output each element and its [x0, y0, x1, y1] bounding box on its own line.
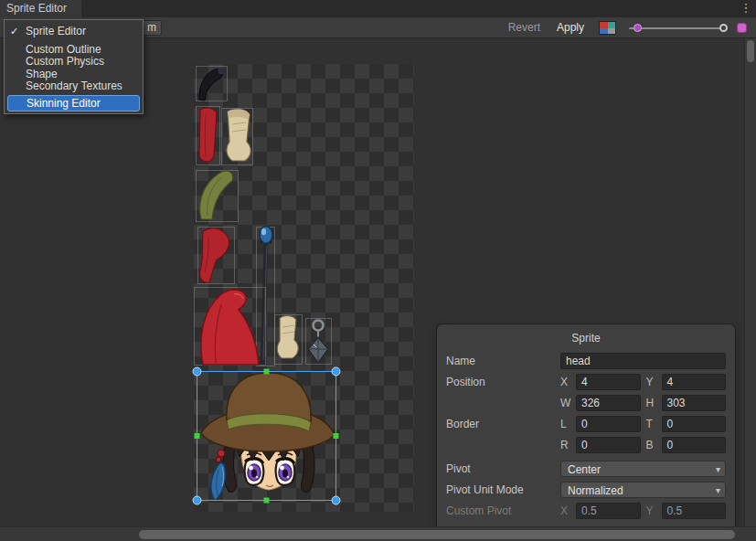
chevron-down-icon: ▾ [716, 483, 720, 498]
horizontal-scrollbar[interactable] [0, 526, 756, 541]
check-icon: ✓ [10, 26, 26, 37]
custom-pivot-label: Custom Pivot [446, 503, 560, 518]
name-row: Name head [446, 353, 726, 369]
more-menu-icon[interactable]: ⋮ [739, 0, 753, 17]
pivot-unit-mode-label: Pivot Unit Mode [446, 482, 560, 497]
custom-pivot-x-field: 0.5 [576, 503, 641, 519]
sprite-boot-small[interactable] [275, 315, 303, 365]
chevron-down-icon: ▾ [716, 461, 720, 477]
b-label: B [646, 438, 656, 452]
pivot-unit-mode-row: Pivot Unit Mode Normalized ▾ [446, 482, 726, 498]
menu-item-label: Secondary Textures [26, 80, 122, 92]
menu-item-sprite-editor[interactable]: ✓ Sprite Editor [5, 22, 143, 40]
sprite-pendant[interactable] [306, 319, 332, 365]
name-field[interactable]: head [560, 353, 726, 369]
toolbar-right-group: Revert Apply [506, 17, 747, 38]
sprite-scarf[interactable] [197, 171, 239, 222]
pivot-dropdown[interactable]: Center ▾ [560, 461, 726, 477]
zoom-slider-track[interactable] [629, 27, 728, 29]
menu-item-secondary-textures[interactable]: Secondary Textures [5, 77, 143, 95]
selection-handle-top[interactable] [264, 369, 270, 375]
menu-item-skinning-editor[interactable]: Skinning Editor [7, 95, 140, 111]
border-row: Border L 0 T 0 R 0 B 0 [446, 416, 726, 453]
h-label: H [646, 396, 656, 410]
pivot-unit-mode-dropdown-value: Normalized [568, 484, 623, 497]
sprite-inspector-panel: Sprite Name head Position X 4 Y 4 W 326 … [437, 324, 735, 530]
texture-filter-icon[interactable] [737, 23, 747, 33]
border-r-field[interactable]: 0 [576, 437, 641, 453]
window-title: Sprite Editor [6, 2, 67, 15]
position-label: Position [446, 374, 560, 389]
color-channels-icon[interactable] [599, 21, 616, 35]
horizontal-scrollbar-thumb[interactable] [139, 530, 735, 539]
custom-pivot-y-field: 0.5 [662, 503, 727, 519]
partially-hidden-toolbar-button[interactable]: m [142, 20, 162, 36]
border-t-field[interactable]: 0 [662, 416, 727, 432]
t-label: T [646, 417, 656, 431]
panel-title: Sprite [446, 330, 726, 353]
menu-item-custom-physics-shape[interactable]: Custom Physics Shape [5, 58, 143, 77]
zoom-slider-knob[interactable] [719, 24, 728, 32]
l-label: L [560, 417, 570, 431]
vertical-scrollbar[interactable] [744, 38, 756, 526]
sprite-boot[interactable] [222, 109, 253, 165]
vertical-scrollbar-thumb[interactable] [747, 40, 754, 62]
selection-handle-bottom[interactable] [264, 498, 270, 504]
zoom-slider[interactable] [629, 17, 728, 38]
window-tab-sprite-editor[interactable]: Sprite Editor [0, 0, 81, 17]
selection-handle-bottom-right[interactable] [332, 496, 340, 504]
sprite-editor-mode-menu: ✓ Sprite Editor Custom Outline Custom Ph… [4, 19, 144, 114]
selection-handle-top-right[interactable] [332, 367, 340, 376]
sprite-hat-fragment[interactable] [197, 67, 228, 101]
custom-y-label: Y [646, 504, 656, 518]
selection-handle-top-left[interactable] [193, 367, 201, 376]
border-l-field[interactable]: 0 [576, 416, 641, 432]
texture-canvas[interactable] [194, 64, 414, 512]
sprite-sheet-canvas [194, 64, 414, 512]
zoom-slider-thumb[interactable] [634, 24, 642, 32]
y-label: Y [646, 375, 656, 389]
selection-handle-bottom-left[interactable] [193, 496, 201, 504]
color-channel-alpha [608, 28, 616, 35]
revert-button[interactable]: Revert [506, 17, 542, 38]
position-x-field[interactable]: 4 [576, 374, 641, 390]
pivot-dropdown-value: Center [568, 463, 601, 476]
sprite-hood[interactable] [195, 288, 266, 366]
menu-item-label: Custom Outline [26, 43, 101, 56]
r-label: R [560, 438, 570, 452]
x-label: X [560, 375, 570, 389]
name-label: Name [446, 353, 560, 368]
position-row: Position X 4 Y 4 W 326 H 303 [446, 374, 726, 411]
position-w-field[interactable]: 326 [576, 395, 641, 411]
selection-handle-right[interactable] [334, 433, 339, 439]
pivot-unit-mode-dropdown[interactable]: Normalized ▾ [560, 482, 726, 498]
menu-item-label: Skinning Editor [27, 97, 101, 110]
position-h-field[interactable]: 303 [662, 395, 727, 411]
pivot-label: Pivot [446, 461, 560, 476]
menu-item-label: Sprite Editor [26, 25, 86, 37]
apply-button[interactable]: Apply [555, 17, 586, 38]
menu-item-label: Custom Physics Shape [26, 55, 137, 80]
selection-handle-left[interactable] [195, 433, 200, 439]
sprite-head[interactable] [201, 373, 335, 501]
sprite-arm[interactable] [198, 228, 235, 284]
color-channel-blue [600, 28, 608, 35]
border-b-field[interactable]: 0 [662, 437, 727, 453]
sprite-sleeve[interactable] [197, 107, 220, 165]
w-label: W [560, 396, 570, 410]
border-label: Border [446, 416, 560, 431]
custom-x-label: X [560, 504, 570, 518]
sprite-editor-window: { "window": { "title": "Sprite Editor" }… [0, 0, 756, 541]
pivot-row: Pivot Center ▾ [446, 461, 726, 477]
custom-pivot-row: Custom Pivot X 0.5 Y 0.5 [446, 503, 726, 519]
title-bar: Sprite Editor ⋮ [0, 0, 756, 17]
position-y-field[interactable]: 4 [662, 374, 727, 390]
